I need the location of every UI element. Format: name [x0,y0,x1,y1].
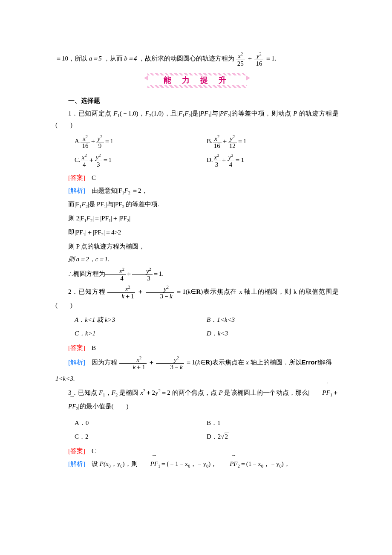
text: ＝10，所以 [55,55,89,62]
continuation-paragraph: ＝10，所以 a＝5 ，从而 b＝4 ，故所求的动圆圆心的轨迹方程为 x225 … [55,52,339,67]
q1-answer: [答案] C [55,173,339,183]
q1-option-c: C.x24＋y23＝1 [75,153,207,168]
q1-option-a: A.x216＋y29＝1 [75,134,207,150]
q3-option-a: A．0 [75,418,207,428]
q3-stem: 3．已知点 F1，F2 是椭圆 x2＋2y2＝2 的两个焦点，点 P 是该椭圆上… [55,386,339,413]
q1-stem: 1．已知两定点 F1(－1,0)，F2(1,0)，且|F1F2|是|PF1|与|… [55,108,339,130]
q3-answer: [答案] C [55,446,339,456]
q2-options: A．k<1 或 k>3 B．1<k<3 C．k>1 D．k<3 [75,313,339,340]
q1-option-b: B.x216＋y212＝1 [207,134,339,150]
q1-analysis-6: 则 a＝2，c＝1. [55,254,339,264]
banner-text: 能 力 提 升 [164,76,231,84]
section-heading: 一、选择题 [55,95,339,106]
q1-analysis-4: 即|PF1|＋|PF2|＝4>2 [55,227,339,239]
section-banner: 能 力 提 升 [55,73,339,88]
fraction: y216 [254,52,263,67]
q1-option-d: D.x23＋y24＝1 [207,153,339,168]
q2-option-c: C．k>1 [75,328,207,338]
eq-a: a＝5 [89,55,102,62]
q3-option-d: D．2√2 [207,431,339,442]
q1-analysis-2: 而|F1F2|是|PF1|与|PF2|的等差中项. [55,199,339,211]
text: ，故所求的动圆圆心的轨迹方程为 [138,55,234,62]
vector-pf2-2: →PF [217,459,237,469]
eq-one: ＝1. [265,55,276,62]
q3-option-b: B．1 [207,418,339,428]
q2-option-b: B．1<k<3 [207,315,339,325]
plus: ＋ [247,55,253,62]
fraction: x225 [236,52,245,67]
error-text: Error! [302,358,320,366]
q3-analysis: [解析] 设 P(x0，y0)，则→PF1＝(－1－x0，－y0)，→PF2＝(… [55,459,339,470]
vector-pf1-2: →PF [138,459,158,469]
q2-stem: 2．已知方程 x2k＋1 ＋ y23－k ＝1(k∈R)表示焦点在 x 轴上的椭… [55,285,339,310]
q1-analysis-3: 则 2|F1F2|＝|PF1|＋|PF2| [55,213,339,225]
q1-options: A.x216＋y29＝1 B.x216＋y212＝1 C.x24＋y23＝1 D… [75,133,339,170]
text: ，从而 [104,55,124,62]
q2-analysis: [解析] 因为方程 x2k＋1 ＋ y23－k ＝1(k∈R)表示焦点在 x 轴… [55,356,339,371]
q2-answer: [答案] B [55,343,339,353]
q1-analysis-5: 则 P 点的轨迹方程为椭圆， [55,241,339,251]
q1-analysis-1: [解析] 由题意知|F1F2|＝2， [55,185,339,197]
q3-options: A．0 B．1 C．2 D．2√2 [75,416,339,443]
q2-option-d: D．k<3 [207,328,339,338]
q2-analysis-end: 1<k<3. [55,373,339,384]
q1-analysis-7: ∴椭圆方程为x24＋y23＝1. [55,267,339,282]
vector-pf2: →PF [55,400,76,413]
q2-option-a: A．k<1 或 k>3 [75,315,207,325]
vector-pf1: →PF [309,386,330,400]
eq-b: b＝4 [124,55,137,62]
q3-option-c: C．2 [75,431,207,442]
